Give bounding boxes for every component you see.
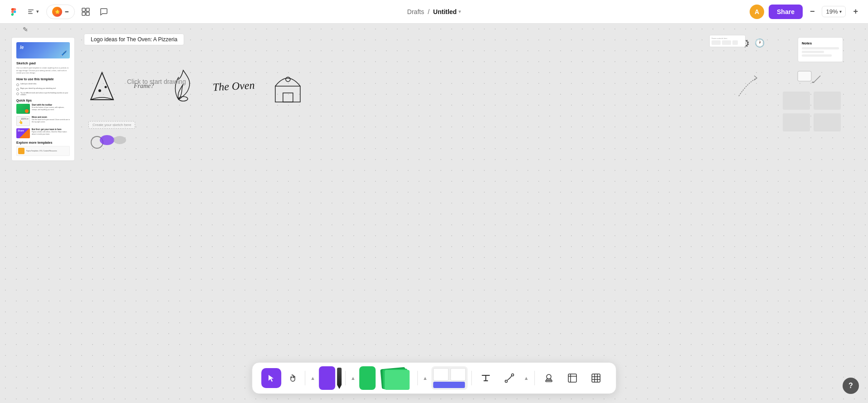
- svg-rect-19: [568, 374, 576, 382]
- step-2-dot: [16, 88, 19, 91]
- shape-tools-group: [534, 366, 610, 390]
- view-toggle-button[interactable]: [78, 5, 93, 19]
- hand-tool-button[interactable]: [283, 369, 301, 387]
- svg-point-7: [98, 89, 101, 92]
- topbar-center: Drafts / Untitled ▾: [407, 8, 461, 15]
- sketch-pad-card: le Sketch pad Use our sketch pad templat…: [11, 37, 75, 161]
- pen-icon-canvas: ✎: [23, 26, 28, 33]
- pizza-slice-sketch: [88, 68, 116, 104]
- figma-logo[interactable]: [7, 5, 20, 18]
- notes-line-1: [802, 47, 839, 49]
- pizza-sketches: Frame? The Oven: [84, 68, 447, 104]
- sticker-preview[interactable]: [431, 366, 468, 390]
- svg-rect-5: [82, 12, 85, 15]
- svg-rect-6: [86, 12, 89, 15]
- color-swatch-green[interactable]: [359, 366, 375, 390]
- canvas-area[interactable]: le Sketch pad Use our sketch pad templat…: [0, 24, 868, 403]
- zoom-chevron: ▾: [839, 9, 842, 14]
- topbar: ▾ 🌟 − Drafts /: [0, 0, 868, 24]
- user-avatar[interactable]: A: [750, 5, 764, 19]
- topbar-right: A Share − 19% ▾ +: [750, 4, 861, 19]
- svg-rect-0: [28, 10, 34, 10]
- comments-button[interactable]: [97, 5, 111, 19]
- explore-thumb: [18, 148, 24, 154]
- breadcrumb-drafts[interactable]: Drafts: [407, 8, 424, 15]
- explore-section: Explore more templates Figma Templates: …: [16, 141, 70, 156]
- doc-title-chevron[interactable]: ▾: [458, 9, 461, 14]
- zoom-out-button[interactable]: −: [807, 4, 818, 19]
- svg-rect-20: [592, 374, 600, 382]
- tip-1: Start with the toolbar It's at the botto…: [16, 104, 70, 114]
- timer-badge: 🌟 −: [46, 5, 75, 19]
- notes-line-3: [802, 54, 832, 57]
- zoom-level: 19%: [826, 8, 838, 15]
- svg-rect-11: [283, 93, 293, 102]
- clock-icon: 🕐: [755, 38, 765, 48]
- tip-2-content: Move and zoom Use the hand tool to pan a…: [32, 116, 70, 123]
- step-2: Begin your sketch by selecting your sket…: [16, 87, 70, 91]
- table-button[interactable]: [585, 366, 607, 390]
- connector-tool-button[interactable]: [498, 366, 520, 390]
- blob-purple: [100, 135, 114, 145]
- arrow-sketch: [734, 73, 761, 102]
- pen-tool[interactable]: [337, 368, 341, 389]
- sketch-header-image: le: [16, 42, 70, 58]
- color-swatch-purple[interactable]: [319, 366, 335, 390]
- doc-title: Untitled ▾: [433, 8, 461, 15]
- notes-card: Notes: [798, 37, 843, 62]
- text-tool-button[interactable]: [475, 366, 497, 390]
- svg-point-16: [546, 374, 551, 379]
- tip-3-image: Share: [16, 128, 30, 138]
- paper-sheets[interactable]: [377, 366, 414, 390]
- share-button[interactable]: Share: [769, 5, 803, 19]
- help-button[interactable]: ?: [843, 378, 859, 394]
- svg-point-15: [511, 374, 513, 376]
- bottom-toolbar: ▲ ▲ ▲: [252, 362, 616, 394]
- tip-1-content: Start with the toolbar It's at the botto…: [32, 104, 70, 111]
- how-to-heading: How to use this template: [16, 77, 70, 81]
- blob-gray: [113, 136, 126, 144]
- sticker-expand-up[interactable]: ▲: [421, 374, 429, 382]
- stamp-button[interactable]: [538, 366, 560, 390]
- thumb-1: [783, 92, 810, 110]
- flame-sketch: [172, 68, 195, 104]
- notes-line-2: [802, 51, 824, 53]
- svg-rect-3: [82, 8, 85, 11]
- logo-badge: Logo ideas for The Oven: A Pizzeria: [84, 34, 184, 45]
- svg-rect-18: [546, 380, 552, 382]
- arch-sketch: [273, 68, 302, 104]
- thumb-2: [814, 92, 841, 110]
- quick-tips-heading: Quick tips: [16, 99, 70, 102]
- pen-expand-up[interactable]: ▲: [308, 374, 317, 382]
- tools-dropdown[interactable]: ▾: [24, 6, 43, 17]
- tip-2-image: 100% ▾ 👆: [16, 116, 30, 126]
- oven-text-sketch: The Oven: [213, 79, 255, 93]
- step-3-dot: [16, 92, 19, 95]
- text-expand-up[interactable]: ▲: [522, 374, 531, 382]
- color-swatch-green-wrapper: [359, 366, 375, 390]
- step-1: Label your sketch idea.: [16, 83, 70, 86]
- timer-avatar: 🌟: [52, 7, 62, 17]
- shapes-tools-group: ▲: [345, 366, 417, 390]
- svg-rect-1: [28, 11, 32, 12]
- svg-rect-4: [86, 8, 89, 11]
- draw-label-box: Create your sketch here: [88, 121, 135, 129]
- frame-button[interactable]: [561, 366, 583, 390]
- svg-rect-12: [286, 77, 290, 82]
- grid-thumbnails: [783, 92, 841, 131]
- select-tool-button[interactable]: [261, 368, 281, 388]
- small-control-card: Some controls here: [709, 35, 746, 47]
- text-tools-group: ▲: [471, 366, 534, 390]
- explore-card[interactable]: Figma Templates: 170+ Curated Resources: [16, 146, 70, 156]
- zoom-in-button[interactable]: +: [850, 4, 861, 19]
- step-1-dot: [16, 83, 19, 86]
- tip-2: 100% ▾ 👆 Move and zoom Use the hand tool…: [16, 116, 70, 126]
- chevron-down-icon: ▾: [36, 9, 39, 15]
- zoom-control[interactable]: 19% ▾: [822, 6, 846, 17]
- thumb-4: [814, 113, 841, 131]
- svg-rect-13: [798, 71, 811, 81]
- click-to-start[interactable]: Click to start drawing: [127, 78, 186, 85]
- svg-rect-2: [28, 13, 33, 14]
- shapes-expand-up[interactable]: ▲: [349, 374, 357, 382]
- svg-rect-10: [275, 86, 300, 102]
